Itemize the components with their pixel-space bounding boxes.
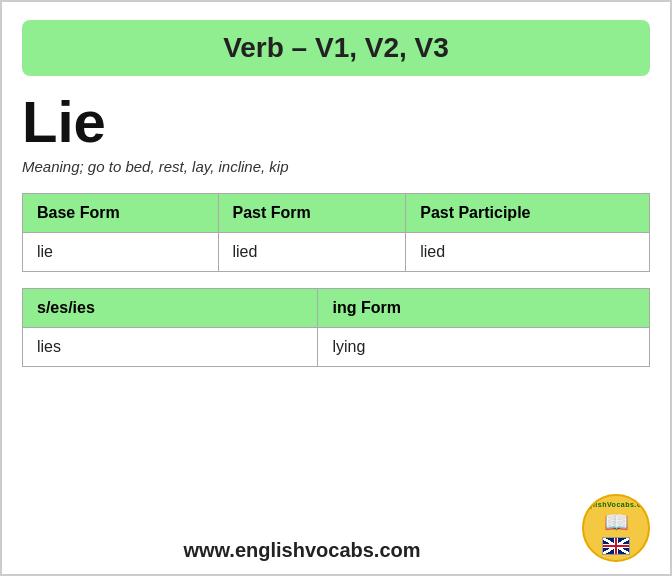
- footer: www.englishvocabs.com EnglishVocabs.Com …: [22, 488, 650, 562]
- conjugation-table-2: s/es/ies ing Form lies lying: [22, 288, 650, 367]
- table-row: lies lying: [23, 327, 650, 366]
- logo: EnglishVocabs.Com 📖: [582, 494, 650, 562]
- col-header-participle: Past Participle: [406, 193, 650, 232]
- table-row: lie lied lied: [23, 232, 650, 271]
- ing-value: lying: [318, 327, 650, 366]
- participle-value: lied: [406, 232, 650, 271]
- col-header-base: Base Form: [23, 193, 219, 232]
- past-form-value: lied: [218, 232, 406, 271]
- header-title: Verb – V1, V2, V3: [223, 32, 449, 63]
- conjugation-table-1: Base Form Past Form Past Participle lie …: [22, 193, 650, 272]
- col-header-ses: s/es/ies: [23, 288, 318, 327]
- verb-title: Lie: [22, 90, 650, 154]
- verb-meaning: Meaning; go to bed, rest, lay, incline, …: [22, 158, 650, 175]
- base-form-value: lie: [23, 232, 219, 271]
- header-banner: Verb – V1, V2, V3: [22, 20, 650, 76]
- flag-icon: [602, 537, 630, 555]
- col-header-ing: ing Form: [318, 288, 650, 327]
- logo-text: EnglishVocabs.Com: [582, 501, 650, 509]
- ses-value: lies: [23, 327, 318, 366]
- col-header-past: Past Form: [218, 193, 406, 232]
- website-url: www.englishvocabs.com: [183, 539, 420, 561]
- book-icon: 📖: [604, 510, 629, 534]
